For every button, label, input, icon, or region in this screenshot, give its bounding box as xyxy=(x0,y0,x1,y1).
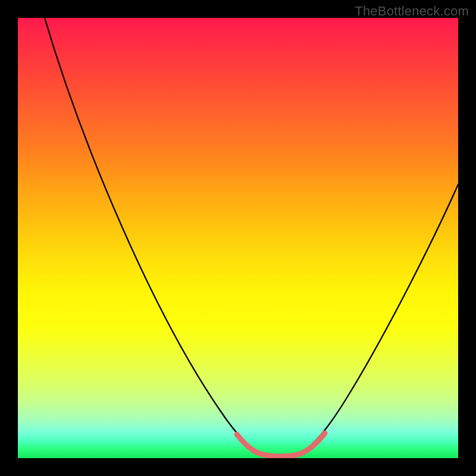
chart-frame: TheBottleneck.com xyxy=(0,0,476,476)
highlight-segment xyxy=(237,433,325,456)
bottleneck-curve xyxy=(45,18,458,456)
bottleneck-curve-svg xyxy=(18,18,458,458)
watermark-text: TheBottleneck.com xyxy=(355,4,469,19)
plot-area xyxy=(18,18,458,458)
